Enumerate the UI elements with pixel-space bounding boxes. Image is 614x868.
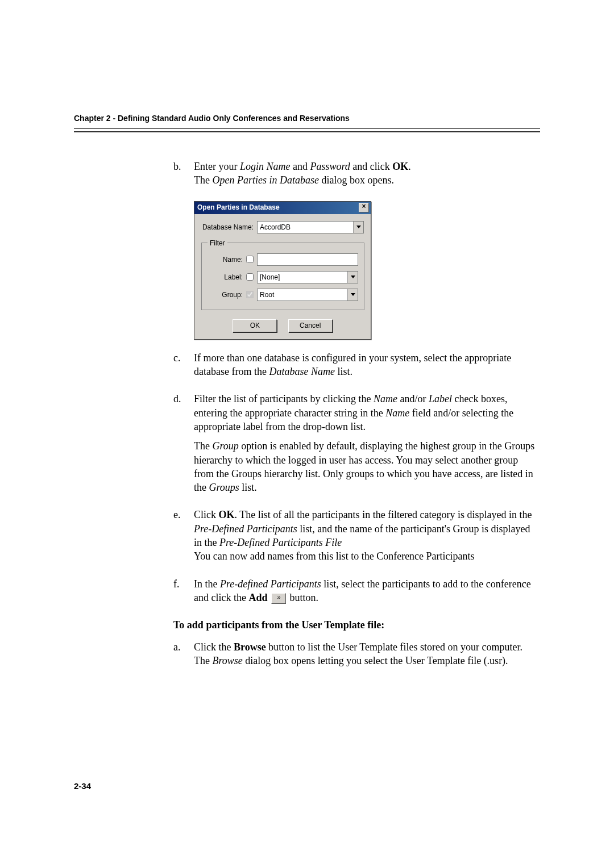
step-b: b. Enter your Login Name and Password an… — [173, 160, 540, 193]
chapter-header: Chapter 2 - Defining Standard Audio Only… — [74, 114, 540, 128]
filter-label-input[interactable] — [258, 272, 347, 283]
document-page: Chapter 2 - Defining Standard Audio Only… — [0, 0, 614, 859]
chevron-down-icon[interactable] — [347, 272, 358, 283]
filter-label-checkbox[interactable] — [246, 273, 254, 281]
filter-group-label: Group: — [208, 290, 246, 299]
chevron-down-icon[interactable] — [347, 289, 358, 301]
ok-button[interactable]: OK — [233, 319, 277, 332]
svg-marker-0 — [356, 226, 361, 228]
step-a2-text: Click the Browse button to list the User… — [194, 640, 540, 668]
close-icon[interactable]: × — [359, 203, 369, 212]
database-name-label: Database Name: — [201, 223, 257, 232]
filter-label-combo[interactable] — [257, 271, 358, 283]
step-letter: a. — [173, 640, 194, 674]
step-f: f. In the Pre-defined Participants list,… — [173, 577, 540, 611]
dialog-titlebar[interactable]: Open Parties in Database × — [194, 202, 371, 214]
svg-marker-2 — [351, 293, 355, 296]
chevron-down-icon[interactable] — [353, 222, 363, 233]
cancel-button[interactable]: Cancel — [288, 319, 333, 332]
add-arrow-icon[interactable]: » — [271, 593, 286, 604]
database-name-combo[interactable] — [257, 221, 364, 233]
dialog-title: Open Parties in Database — [197, 203, 359, 212]
filter-group-input[interactable] — [258, 289, 347, 301]
step-b-text: Enter your Login Name and Password and c… — [194, 160, 540, 187]
step-letter: c. — [173, 351, 194, 385]
step-d: d. Filter the list of participants by cl… — [173, 392, 540, 500]
filter-group: Filter Name: Label: — [201, 239, 364, 310]
step-a2: a. Click the Browse button to list the U… — [173, 640, 540, 674]
open-parties-dialog: Open Parties in Database × Database Name… — [194, 201, 371, 340]
svg-marker-1 — [351, 276, 355, 278]
page-number: 2-34 — [74, 781, 540, 791]
filter-group-checkbox[interactable] — [246, 291, 254, 298]
step-letter: f. — [173, 577, 194, 611]
user-template-subhead: To add participants from the User Templa… — [173, 618, 540, 632]
step-letter: d. — [173, 392, 194, 500]
step-letter: e. — [173, 508, 194, 569]
filter-label-label: Label: — [208, 273, 246, 282]
filter-group-combo[interactable] — [257, 289, 358, 301]
step-e: e. Click OK. The list of all the partici… — [173, 508, 540, 569]
step-c-text: If more than one database is configured … — [194, 351, 540, 379]
filter-name-checkbox[interactable] — [246, 256, 254, 263]
database-name-input[interactable] — [258, 222, 353, 233]
step-c: c. If more than one database is configur… — [173, 351, 540, 385]
filter-name-label: Name: — [208, 255, 246, 264]
step-e-text: Click OK. The list of all the participan… — [194, 508, 540, 563]
step-d-p2: The Group option is enabled by default, … — [194, 439, 540, 494]
header-divider — [74, 128, 540, 132]
dialog-figure: Open Parties in Database × Database Name… — [194, 201, 540, 340]
step-d-p1: Filter the list of participants by click… — [194, 392, 540, 433]
filter-name-input[interactable] — [257, 253, 358, 266]
content: b. Enter your Login Name and Password an… — [173, 160, 540, 673]
step-letter: b. — [173, 160, 194, 193]
step-f-text: In the Pre-defined Participants list, se… — [194, 577, 540, 605]
filter-legend: Filter — [208, 239, 227, 248]
